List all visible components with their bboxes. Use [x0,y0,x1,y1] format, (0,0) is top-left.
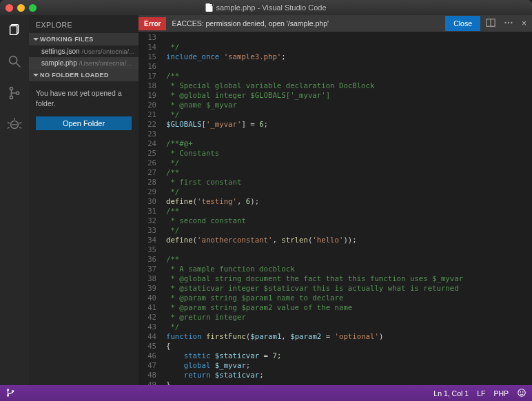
window-zoom-traffic[interactable] [29,4,37,12]
notification-message: EACCES: permission denied, open '/sample… [166,19,445,28]
line-number: 45 [139,342,156,351]
window-title: sample.php - Visual Studio Code [216,3,326,12]
svg-point-2 [10,56,17,64]
code-line[interactable]: function firstFunc($param1, $param2 = 'o… [166,332,532,342]
code-line[interactable]: * second constant [166,216,532,226]
search-icon[interactable] [7,54,22,72]
code-line[interactable]: } [166,380,532,385]
code-line[interactable]: * @param string $param2 value of the nam… [166,303,532,313]
line-number: 26 [139,158,156,168]
code-line[interactable]: * @global integer $GLOBALS['_myvar'] [166,91,532,101]
more-icon[interactable] [504,18,513,29]
line-number: 16 [139,62,156,72]
code-line[interactable]: * @global string document the fact that … [166,274,532,284]
code-line[interactable]: define('anotherconstant', strlen('hello'… [166,236,532,245]
line-number: 30 [139,197,156,207]
code-editor[interactable]: 1314151617181920212223242526272829303132… [139,32,532,385]
code-line[interactable] [166,130,532,139]
svg-point-17 [508,22,509,23]
line-number: 37 [139,265,156,274]
line-number: 25 [139,149,156,158]
no-folder-header[interactable]: NO FOLDER LOADED [29,69,139,81]
line-number: 20 [139,101,156,110]
debug-icon[interactable] [7,117,22,135]
svg-point-22 [518,389,526,396]
working-file-item[interactable]: settings.json /Users/ontecnia/... [29,45,139,57]
code-line[interactable]: { [166,342,532,351]
split-editor-icon[interactable] [486,18,495,29]
code-line[interactable]: * first constant [166,178,532,187]
code-line[interactable]: * @staticvar integer $staticvar this is … [166,284,532,294]
line-number: 29 [139,187,156,197]
code-line[interactable]: $GLOBALS['_myvar'] = 6; [166,120,532,130]
code-line[interactable]: * A sample function docblock [166,265,532,274]
code-line[interactable]: */ [166,110,532,120]
svg-point-4 [10,88,12,90]
feedback-icon[interactable] [517,388,526,399]
code-line[interactable] [166,62,532,72]
code-line[interactable]: /** [166,168,532,178]
working-files-label: WORKING FILES [40,36,94,43]
code-line[interactable]: * @name $_myvar [166,101,532,110]
code-line[interactable]: */ [166,43,532,52]
error-badge: Error [139,17,166,30]
line-number: 28 [139,178,156,187]
line-number: 41 [139,303,156,313]
svg-point-6 [17,92,19,94]
files-icon[interactable] [7,22,22,40]
git-icon[interactable] [7,85,22,103]
svg-point-20 [7,394,8,395]
code-line[interactable]: * @param string $param1 name to declare [166,294,532,303]
chevron-down-icon [33,38,39,41]
cursor-position[interactable]: Ln 1, Col 1 [433,389,469,398]
svg-point-18 [511,22,512,23]
sidebar: EXPLORE WORKING FILES settings.json /Use… [29,15,139,385]
line-number: 19 [139,91,156,101]
svg-line-9 [8,122,10,123]
code-line[interactable]: */ [166,187,532,197]
svg-rect-1 [10,26,17,35]
code-line[interactable]: define('testing', 6); [166,197,532,207]
git-branch-icon[interactable] [6,388,15,399]
code-line[interactable] [166,33,532,43]
language-mode[interactable]: PHP [493,389,509,398]
code-line[interactable]: * Constants [166,149,532,158]
code-line[interactable]: return $staticvar; [166,371,532,380]
eol-indicator[interactable]: LF [477,389,485,398]
close-icon[interactable]: × [522,19,526,28]
notification-close-button[interactable]: Close [445,16,480,31]
line-number: 15 [139,52,156,62]
line-number: 44 [139,332,156,342]
line-number: 34 [139,236,156,245]
code-line[interactable]: include_once 'sample3.php'; [166,52,532,62]
code-line[interactable]: */ [166,158,532,168]
sidebar-title: EXPLORE [29,15,139,33]
line-number: 48 [139,371,156,380]
line-number: 21 [139,110,156,120]
svg-line-11 [8,127,10,129]
working-files-header[interactable]: WORKING FILES [29,33,139,45]
svg-line-3 [17,63,21,68]
line-number: 17 [139,72,156,81]
code-line[interactable]: */ [166,226,532,236]
line-number: 23 [139,130,156,139]
working-file-item[interactable]: sample.php /Users/ontecnia/... [29,57,139,69]
code-line[interactable] [166,245,532,255]
code-line[interactable]: /**#@+ [166,139,532,149]
code-line[interactable]: * Special global variable declaration Do… [166,81,532,91]
line-number: 39 [139,284,156,294]
code-line[interactable]: /** [166,207,532,216]
window-minimize-traffic[interactable] [17,4,25,12]
line-number: 18 [139,81,156,91]
line-number: 32 [139,216,156,226]
code-line[interactable]: */ [166,322,532,332]
open-folder-button[interactable]: Open Folder [36,116,132,130]
svg-line-10 [19,122,21,123]
line-number: 14 [139,43,156,52]
window-close-traffic[interactable] [6,4,13,12]
code-line[interactable]: /** [166,72,532,81]
code-line[interactable]: global $_myvar; [166,361,532,371]
code-line[interactable]: /** [166,255,532,265]
code-line[interactable]: * @return integer [166,313,532,322]
code-line[interactable]: static $staticvar = 7; [166,351,532,361]
